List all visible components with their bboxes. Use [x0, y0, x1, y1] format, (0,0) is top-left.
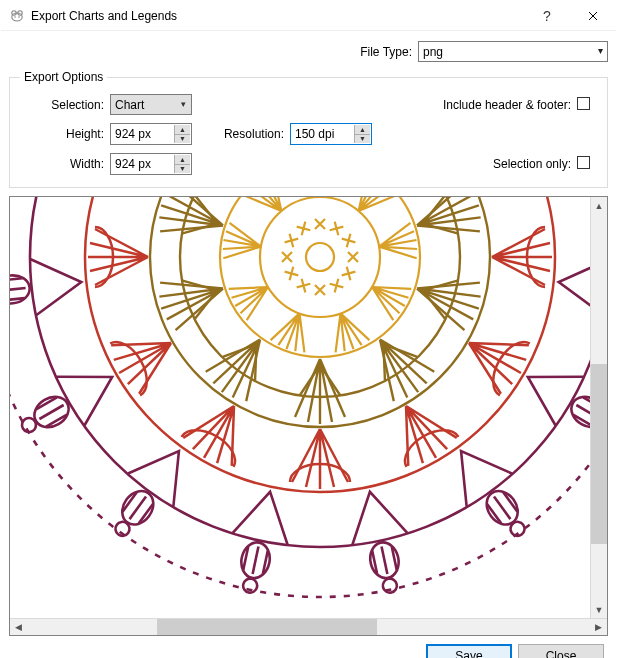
- file-type-value: png: [423, 45, 443, 59]
- file-type-label: File Type:: [360, 45, 412, 59]
- height-label: Height:: [20, 127, 110, 141]
- svg-point-4: [18, 16, 20, 18]
- vscroll-thumb[interactable]: [591, 364, 607, 544]
- svg-point-7: [220, 197, 420, 357]
- file-type-select[interactable]: png ▾: [418, 41, 608, 62]
- hscroll-track[interactable]: [27, 619, 573, 635]
- width-spin-up[interactable]: ▲: [174, 155, 190, 164]
- horizontal-scrollbar[interactable]: ◀ ▶: [10, 618, 607, 635]
- width-input[interactable]: ▲ ▼: [110, 153, 192, 175]
- chevron-down-icon: ▾: [598, 45, 603, 56]
- svg-point-5: [306, 243, 334, 271]
- export-options-legend: Export Options: [20, 70, 107, 84]
- scroll-down-icon[interactable]: ▼: [591, 601, 607, 618]
- close-window-button[interactable]: [570, 1, 616, 31]
- vscroll-track[interactable]: [591, 214, 607, 601]
- scroll-up-icon[interactable]: ▲: [591, 197, 607, 214]
- close-button[interactable]: Close: [518, 644, 604, 658]
- selection-only-checkbox[interactable]: [577, 156, 590, 169]
- selection-value: Chart: [115, 98, 144, 112]
- resolution-field[interactable]: [291, 125, 353, 143]
- height-field[interactable]: [111, 125, 173, 143]
- close-icon: [588, 11, 598, 21]
- include-header-footer-checkbox[interactable]: [577, 97, 590, 110]
- selection-only-label: Selection only:: [380, 157, 577, 171]
- chart-preview-canvas[interactable]: [10, 197, 607, 635]
- export-dialog: Export Charts and Legends ? File Type: p…: [0, 0, 617, 658]
- width-field[interactable]: [111, 155, 173, 173]
- height-input[interactable]: ▲ ▼: [110, 123, 192, 145]
- resolution-spin-down[interactable]: ▼: [354, 134, 370, 144]
- export-options-group: Export Options Selection: Chart ▾ Includ…: [9, 70, 608, 188]
- width-spin-down[interactable]: ▼: [174, 164, 190, 174]
- svg-point-31: [242, 577, 259, 594]
- resolution-label: Resolution:: [200, 127, 290, 141]
- selection-select[interactable]: Chart ▾: [110, 94, 192, 115]
- height-spin-down[interactable]: ▼: [174, 134, 190, 144]
- height-spin-up[interactable]: ▲: [174, 125, 190, 134]
- svg-point-0: [12, 13, 22, 21]
- hscroll-thumb[interactable]: [157, 619, 377, 635]
- svg-point-6: [260, 197, 380, 317]
- help-button[interactable]: ?: [524, 1, 570, 31]
- svg-point-3: [14, 16, 16, 18]
- svg-point-27: [508, 519, 528, 539]
- titlebar: Export Charts and Legends ?: [1, 1, 616, 31]
- scroll-left-icon[interactable]: ◀: [10, 619, 27, 635]
- app-icon: [9, 8, 25, 24]
- resolution-input[interactable]: ▲ ▼: [290, 123, 372, 145]
- save-button[interactable]: Save: [426, 644, 512, 658]
- svg-point-33: [113, 519, 133, 539]
- resolution-spin-up[interactable]: ▲: [354, 125, 370, 134]
- vertical-scrollbar[interactable]: ▲ ▼: [590, 197, 607, 618]
- chart-preview: ▲ ▼ ◀ ▶: [9, 196, 608, 636]
- selection-label: Selection:: [20, 98, 110, 112]
- svg-point-29: [382, 577, 399, 594]
- scroll-right-icon[interactable]: ▶: [590, 619, 607, 635]
- window-title: Export Charts and Legends: [31, 9, 177, 23]
- width-label: Width:: [20, 157, 110, 171]
- include-header-footer-label: Include header & footer:: [380, 98, 577, 112]
- chevron-down-icon: ▾: [181, 99, 186, 109]
